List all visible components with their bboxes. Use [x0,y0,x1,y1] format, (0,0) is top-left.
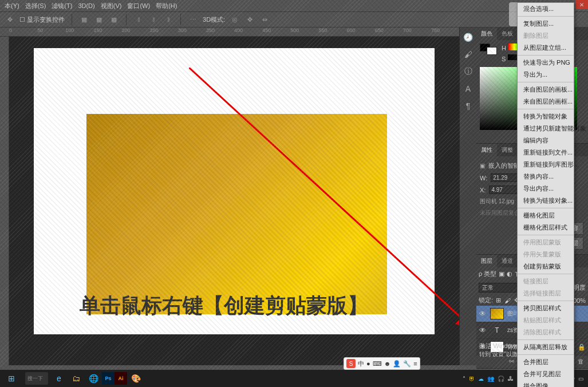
context-menu-item: 停用矢量蒙版 [518,248,574,260]
context-menu-item[interactable]: 重新链接到库图形... [518,159,574,171]
close-button[interactable]: ✕ [575,0,588,9]
context-menu-item[interactable]: 来自图层的画板... [518,84,574,96]
context-menu-item[interactable]: 复制图层... [518,18,574,30]
context-menu-item: 停用图层蒙版 [518,236,574,248]
start-button[interactable]: ⊞ [0,370,23,387]
context-menu-item[interactable]: 从隔离图层释放 [518,341,574,353]
layer-context-menu: 混合选项...复制图层...删除图层从图层建立组...快速导出为 PNG导出为.… [517,2,574,387]
context-menu-item[interactable]: 混合选项... [518,3,574,15]
context-menu-item[interactable]: 创建剪贴蒙版 [518,260,574,273]
ime-engine-icon: S [346,359,356,368]
ime-keyboard-icon: ⌨ [373,360,382,368]
tray-people-icon[interactable]: 👥 [487,376,494,382]
context-menu-item[interactable]: 替换内容... [518,171,574,183]
context-menu-item[interactable]: 合并图层 [518,356,574,368]
ime-menu-icon: ≡ [413,360,417,367]
context-menu-item: 粘贴图层样式 [518,314,574,326]
context-menu-item[interactable]: 拷贝图层样式 [518,302,574,314]
tray-network-icon[interactable]: 🖧 [508,376,514,382]
taskbar-illustrator-icon[interactable]: Ai [115,372,127,385]
context-menu-item[interactable]: 来自图层的画框... [518,96,574,108]
tray-action-center-icon[interactable]: ▭ [578,376,583,382]
context-menu-item[interactable]: 转换为链接对象... [518,195,574,207]
layer-thumbnail[interactable] [490,308,504,319]
context-menu-item[interactable]: 编辑内容 [518,135,574,147]
context-menu-item[interactable]: 重新链接到文件... [518,147,574,159]
context-menu-item: 选择链接图层 [518,287,574,299]
context-menu-item[interactable]: 栅格化图层 [518,210,574,222]
taskbar-photoshop-icon[interactable]: Ps [102,372,115,385]
ime-lang: 中 [358,360,364,368]
ime-toolbar[interactable]: S 中 ● ⌨ ☻ 👤 🔧 ≡ [344,357,420,370]
ime-punct: ● [366,360,370,367]
context-menu-item[interactable]: 导出内容... [518,183,574,195]
context-menu-item[interactable]: 导出为... [518,69,574,81]
tray-shield-icon[interactable]: ⛨ [469,376,475,382]
context-menu-item[interactable]: 合并可见图层 [518,368,574,380]
context-menu-item[interactable]: 从图层建立组... [518,42,574,54]
context-menu-item[interactable]: 通过拷贝新建智能对象 [518,123,574,135]
context-menu-item[interactable]: 快速导出为 PNG [518,57,574,69]
tray-cloud-icon[interactable]: ☁ [478,376,484,382]
context-menu-item: 链接图层 [518,275,574,287]
taskbar-explorer-icon[interactable]: 🗂 [68,370,85,387]
taskbar-edge-icon[interactable]: e [50,370,68,387]
tray-headphone-icon[interactable]: 🎧 [498,376,504,382]
context-menu-item: 删除图层 [518,30,574,42]
ime-tool-icon: 🔧 [403,360,411,368]
ime-user-icon: 👤 [393,360,401,368]
taskbar: ⊞ 搜一下 e 🗂 🌐 Ps Ai 🎨 ˄ ⛨ ☁ 👥 🎧 🖧 🔊 中 15:0… [0,370,588,387]
taskbar-chrome-icon[interactable]: 🌐 [85,370,102,387]
context-menu-item[interactable]: 拼合图像 [518,380,574,387]
context-menu-item[interactable]: 转换为智能对象 [518,110,574,123]
tray-chevron-icon[interactable]: ˄ [463,376,465,382]
ime-emoji-icon: ☻ [384,360,391,367]
taskbar-app-icon[interactable]: 🎨 [127,370,144,387]
context-menu-item: 清除图层样式 [518,326,574,338]
context-menu-item[interactable]: 栅格化图层样式 [518,222,574,234]
taskbar-search[interactable]: 搜一下 [25,372,48,385]
